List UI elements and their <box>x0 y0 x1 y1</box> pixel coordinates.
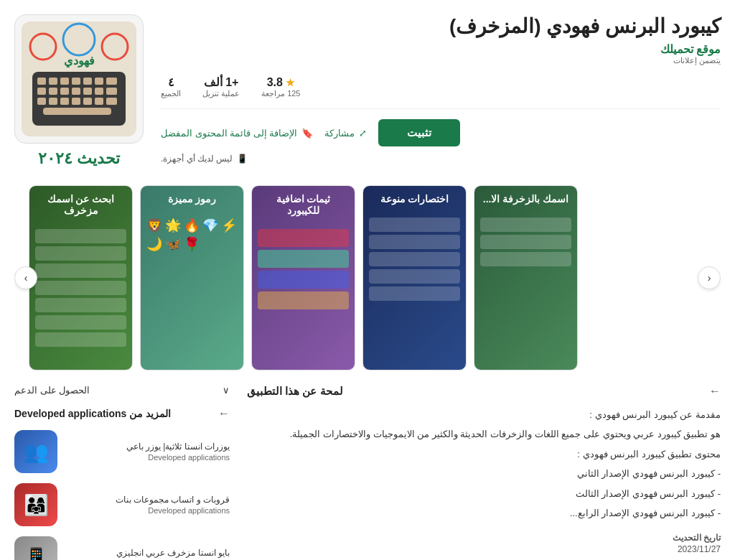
description-body: مقدمة عن كيبورد البرنس فهودي : هو تطبيق … <box>247 406 721 521</box>
phone-icon: 📱 <box>24 546 49 561</box>
related-app-2-info: قروبات و اتساب مجموعات بنات Developed ap… <box>65 495 230 515</box>
svg-rect-15 <box>106 88 117 95</box>
more-apps-header: ← المزيد من Developed applications <box>14 407 230 420</box>
device-note: 📱 ليس لديك أي أجهزة. <box>161 154 721 164</box>
related-app-1-info: يوزرات انستا ثلاثية| يوزر باعي Developed… <box>65 442 230 462</box>
downloads-label: عملية تنزيل <box>202 89 240 98</box>
update-date-value: 2023/11/27 <box>678 544 721 554</box>
total-label: الجميع <box>161 89 181 98</box>
action-row: تثبيت ⤢ مشاركة 🔖 الإضافة إلى قائمة المحت… <box>161 119 721 146</box>
svg-rect-19 <box>72 98 80 105</box>
rating-label: 125 مراجعة <box>261 89 300 98</box>
stat-rating: ★ 3.8 125 مراجعة <box>261 76 300 98</box>
downloads-value: +1 ألف <box>202 75 240 89</box>
screenshot-1: ابحث عن اسمك مزخرف <box>29 185 133 370</box>
people-icon: 👥 <box>24 440 49 464</box>
related-app-2-name: قروبات و اتساب مجموعات بنات <box>65 495 230 505</box>
screenshot-2: رموز مميزة 🦁🌟 🔥💎 ⚡🌙 🦋🌹 <box>140 185 244 370</box>
desc-line3: - كيبورد البرنس فهودي الإصدار الثاني <box>247 465 721 482</box>
description-arrow-icon[interactable]: ← <box>709 385 721 398</box>
share-icon: ⤢ <box>359 128 367 139</box>
back-arrow-icon[interactable]: ← <box>218 407 230 420</box>
svg-rect-10 <box>49 88 57 95</box>
support-chevron-icon: ∨ <box>223 385 230 396</box>
related-app-3-info: بايو انستا مزخرف عربي انجليزي Developed … <box>65 548 230 560</box>
update-date-label: تاريخ التحديث <box>247 533 721 543</box>
screenshots-section: ‹ ابحث عن اسمك مزخرف رموز مميزة <box>14 185 721 370</box>
rating-value: 3.8 <box>267 76 283 89</box>
description-header: ← لمحة عن هذا التطبيق <box>247 385 721 398</box>
screenshots-next-button[interactable]: › <box>698 266 721 289</box>
app-info-panel: كيبورد البرنس فهودي (المزخرف) موقع تحميل… <box>161 14 721 164</box>
svg-rect-22 <box>106 98 117 105</box>
svg-rect-9 <box>37 88 46 95</box>
support-section[interactable]: ∨ الحصول على الدعم <box>14 385 230 396</box>
desc-line5: - كيبورد البرنس فهودي الإصدار الرابع... <box>247 505 721 521</box>
add-list-button[interactable]: 🔖 الإضافة إلى قائمة المحتوى المفضل <box>161 128 313 139</box>
svg-rect-4 <box>60 78 69 85</box>
svg-rect-16 <box>37 98 46 105</box>
stat-total: ٤ الجميع <box>161 75 181 98</box>
app-icon: فهودي <box>14 14 144 144</box>
support-label: الحصول على الدعم <box>14 385 90 396</box>
related-app-3[interactable]: بايو انستا مزخرف عربي انجليزي Developed … <box>14 536 230 560</box>
svg-rect-20 <box>83 98 92 105</box>
svg-rect-7 <box>95 78 103 85</box>
add-list-label: الإضافة إلى قائمة المحتوى المفضل <box>161 128 297 139</box>
screenshots-row: ابحث عن اسمك مزخرف رموز مميزة 🦁🌟 🔥💎 <box>14 185 721 370</box>
update-badge: تحديث ٢٠٢٤ <box>14 149 144 168</box>
svg-rect-11 <box>60 88 69 95</box>
ads-note: يتضمن إعلانات <box>161 56 721 65</box>
stat-downloads: +1 ألف عملية تنزيل <box>202 75 240 98</box>
device-note-text: ليس لديك أي أجهزة. <box>161 154 233 164</box>
svg-rect-13 <box>83 88 92 95</box>
stats-row: ★ 3.8 125 مراجعة +1 ألف عملية تنزيل ٤ ال… <box>161 75 721 109</box>
screenshot-3: ثيمات اضافية للكيبورد <box>251 185 355 370</box>
desc-line4: - كيبورد البرنس فهودي الإصدار الثالث <box>247 485 721 502</box>
app-icon-section: فهودي تحديث ٢٠٢٤ <box>14 14 144 168</box>
star-icon: ★ <box>286 77 295 88</box>
desc-intro: مقدمة عن كيبورد البرنس فهودي : <box>247 406 721 423</box>
svg-rect-2 <box>37 78 46 85</box>
svg-rect-18 <box>60 98 69 105</box>
screenshot-5: اسمك بالزخرفة الا... <box>474 185 578 370</box>
desc-line1: هو تطبيق كيبورد عربي ويحتوي على جميع الل… <box>247 426 721 442</box>
svg-rect-14 <box>95 88 103 95</box>
related-app-2[interactable]: قروبات و اتساب مجموعات بنات Developed ap… <box>14 483 230 526</box>
related-app-1-name: يوزرات انستا ثلاثية| يوزر باعي <box>65 442 230 452</box>
related-app-2-icon: 👨‍👩‍👧 <box>14 483 57 526</box>
install-button[interactable]: تثبيت <box>378 119 460 146</box>
share-label: مشاركة <box>324 128 355 139</box>
svg-rect-23 <box>43 108 111 115</box>
desc-line2: محتوى تطبيق كيبورد البرنس فهودي : <box>247 446 721 462</box>
bottom-section: ∨ الحصول على الدعم ← المزيد من Developed… <box>14 385 721 560</box>
app-title: كيبورد البرنس فهودي (المزخرف) <box>161 14 721 38</box>
device-icon: 📱 <box>237 154 248 164</box>
screenshot-4: اختصارات منوعة <box>362 185 467 370</box>
svg-text:فهودي: فهودي <box>64 55 95 67</box>
more-apps-title: المزيد من Developed applications <box>14 408 171 419</box>
sidebar: ∨ الحصول على الدعم ← المزيد من Developed… <box>14 385 230 560</box>
svg-rect-8 <box>106 78 117 85</box>
total-value: ٤ <box>161 75 181 89</box>
screenshots-prev-button[interactable]: ‹ <box>14 266 37 289</box>
related-app-1-icon: 👥 <box>14 430 57 473</box>
related-app-1-developer: Developed applications <box>65 453 230 462</box>
share-button[interactable]: ⤢ مشاركة <box>324 128 367 139</box>
svg-rect-17 <box>49 98 57 105</box>
related-app-1[interactable]: يوزرات انستا ثلاثية| يوزر باعي Developed… <box>14 430 230 473</box>
svg-rect-12 <box>72 88 80 95</box>
related-app-3-icon: 📱 <box>14 536 57 560</box>
bookmark-icon: 🔖 <box>301 128 313 139</box>
svg-rect-3 <box>49 78 57 85</box>
related-app-2-developer: Developed applications <box>65 506 230 515</box>
description-section: ← لمحة عن هذا التطبيق مقدمة عن كيبورد ال… <box>247 385 721 560</box>
svg-rect-5 <box>72 78 80 85</box>
family-icon: 👨‍👩‍👧 <box>24 493 49 517</box>
svg-rect-21 <box>95 98 103 105</box>
description-title: لمحة عن هذا التطبيق <box>247 385 343 398</box>
svg-rect-6 <box>83 78 92 85</box>
developer-link[interactable]: موقع تحميلك <box>660 43 721 55</box>
update-date-section: تاريخ التحديث 2023/11/27 <box>247 533 721 554</box>
related-app-3-name: بايو انستا مزخرف عربي انجليزي <box>65 548 230 558</box>
